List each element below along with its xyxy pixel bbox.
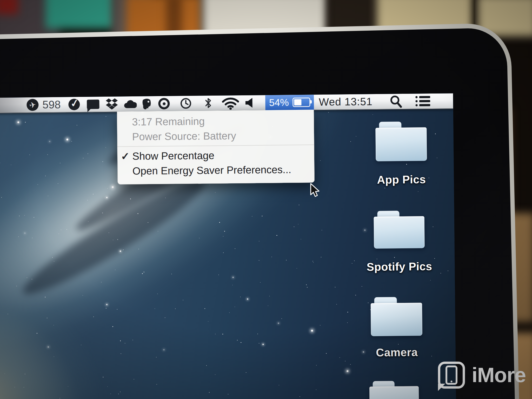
folder-partial[interactable] bbox=[369, 381, 419, 399]
evernote-item[interactable] bbox=[141, 98, 152, 110]
airplane-circle-icon: ✈ bbox=[26, 98, 40, 112]
folder-app-pics[interactable] bbox=[375, 121, 427, 161]
menu-item-time-remaining: 3:17 Remaining bbox=[117, 113, 314, 129]
macbook-screen: ✈ 598 ✓ bbox=[0, 93, 456, 399]
folder-spotify-pics[interactable] bbox=[374, 210, 424, 249]
mouse-cursor bbox=[310, 183, 321, 197]
ring-app-item[interactable] bbox=[158, 98, 170, 109]
folder-label: Camera bbox=[358, 346, 436, 359]
time-machine-item[interactable] bbox=[180, 97, 192, 109]
chat-bubble-icon bbox=[87, 99, 99, 109]
folder-label: App Pics bbox=[362, 173, 440, 187]
imore-logo-icon bbox=[438, 362, 465, 389]
imore-watermark: iMore bbox=[438, 362, 526, 389]
dropbox-item[interactable] bbox=[106, 98, 118, 110]
menu-separator bbox=[117, 144, 314, 147]
photo-frame: ✈ 598 ✓ bbox=[0, 0, 532, 399]
spotlight-magnifier-icon bbox=[390, 95, 402, 108]
wifi-item[interactable] bbox=[222, 96, 239, 110]
dropbox-icon bbox=[106, 98, 118, 110]
cloud-icon bbox=[124, 99, 137, 109]
checkmark-icon: ✓ bbox=[121, 149, 131, 164]
notification-center-list-icon bbox=[415, 95, 430, 107]
menu-item-power-source: Power Source: Battery bbox=[117, 128, 314, 144]
ring-app-icon bbox=[158, 98, 170, 109]
battery-menu-extra[interactable]: 54% bbox=[265, 95, 314, 110]
menu-item-show-percentage[interactable]: ✓ Show Percentage bbox=[117, 147, 314, 164]
notification-center-item[interactable] bbox=[415, 95, 430, 107]
volume-item[interactable] bbox=[245, 98, 253, 108]
bluetooth-item[interactable] bbox=[205, 97, 211, 109]
wifi-icon bbox=[222, 96, 239, 110]
volume-icon bbox=[245, 98, 253, 108]
time-machine-icon bbox=[180, 97, 192, 109]
spotlight-item[interactable] bbox=[390, 95, 402, 108]
imore-brand-text: iMore bbox=[472, 363, 526, 387]
galaxy-core-glow bbox=[0, 312, 109, 399]
battery-percent-label: 54% bbox=[269, 97, 289, 108]
cloud-app-item[interactable] bbox=[124, 99, 137, 109]
messages-app-item[interactable] bbox=[87, 99, 99, 109]
battery-dropdown-menu: 3:17 Remaining Power Source: Battery ✓ S… bbox=[117, 110, 315, 184]
folder-label: Spotify Pics bbox=[360, 260, 438, 274]
battery-icon bbox=[292, 97, 310, 107]
checkmark-app-item[interactable]: ✓ bbox=[68, 99, 80, 110]
evernote-elephant-icon bbox=[141, 98, 152, 110]
folder-camera[interactable] bbox=[371, 297, 422, 336]
flight-count-label[interactable]: 598 bbox=[42, 98, 61, 111]
bluetooth-icon bbox=[205, 97, 211, 109]
circle-checkmark-icon: ✓ bbox=[68, 98, 81, 111]
clock-menu-item[interactable]: Wed 13:51 bbox=[319, 96, 373, 108]
flight-status-item[interactable]: ✈ bbox=[26, 99, 38, 111]
menu-item-open-energy-saver[interactable]: Open Energy Saver Preferences... bbox=[118, 162, 315, 178]
